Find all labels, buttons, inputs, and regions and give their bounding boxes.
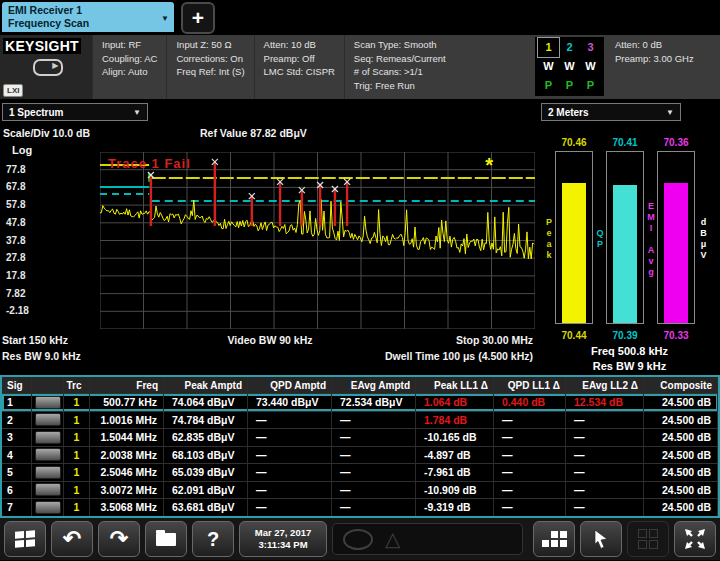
header-settings-col-1[interactable]: Input: RFCoupling: ACAlign: Auto [92, 35, 166, 99]
setting-line: Seq: Remeas/Current [354, 52, 446, 66]
table-cell-ell: — [566, 464, 644, 481]
meter-unit-label: dBμV [695, 137, 711, 341]
trace-detector-3: P [580, 76, 601, 95]
header-settings-col-3[interactable]: Atten: 10 dBPreamp: OffLMC Std: CISPR [254, 35, 344, 99]
table-row-2[interactable]: 211.0016 MHz74.784 dBμV——1.784 dB——24.50… [2, 411, 718, 429]
table-cell-qpd: — [248, 464, 332, 481]
trace-swatch [35, 466, 61, 479]
video-bw-label[interactable]: Video BW 90 kHz [100, 334, 440, 346]
table-row-6[interactable]: 613.0072 MHz62.091 dBμV——-10.909 dB——24.… [2, 481, 718, 499]
table-row-5[interactable]: 512.5046 MHz65.039 dBμV——-7.961 dB——24.5… [2, 463, 718, 481]
table-cell-qll: — [494, 412, 566, 429]
datetime-button[interactable]: Mar 27, 2017 3:11:34 PM [239, 521, 327, 557]
table-header-qll: QPD LL1 Δ [494, 377, 566, 393]
table-cell-comp: 24.500 dB [644, 499, 718, 516]
spectrum-plot[interactable]: Trace 1 Fail * [100, 152, 535, 329]
spectrum-selector-label: 1 Spectrum [9, 107, 63, 118]
trace-type-3: W [580, 57, 601, 76]
windows-start-button[interactable] [4, 521, 46, 557]
header-settings-right[interactable]: Atten: 0 dBPreamp: 3.00 GHz [606, 35, 720, 99]
table-cell-eavg: 72.534 dBμV [332, 394, 416, 411]
fullscreen-button[interactable] [674, 521, 716, 557]
table-cell-comp: 24.500 dB [644, 464, 718, 481]
table-cell-freq: 3.0072 MHz [90, 482, 164, 499]
meters-window: 2 Meters ▼ Peak70.4670.44QP70.4170.39EMI… [539, 101, 720, 373]
dwell-time-label[interactable]: Dwell Time 100 μs (4.500 kHz) [385, 350, 533, 362]
display-icon: ▶ [33, 59, 63, 76]
uncal-asterisk-icon: * [485, 154, 493, 177]
setting-line: Coupling: AC [102, 52, 157, 66]
table-cell-ell: — [566, 429, 644, 446]
trace-swatch [35, 448, 61, 461]
table-cell-sig: 1 [2, 394, 32, 411]
table-cell-qpd: 73.440 dBμV [248, 394, 332, 411]
axis-type-label: Log [12, 144, 32, 156]
table-header-eavg: EAvg Amptd [332, 377, 416, 393]
help-button[interactable]: ? [192, 521, 234, 557]
meter-res-bw-label[interactable]: Res BW 9 kHz [539, 360, 720, 372]
tab-title-line1: EMI Receiver 1 [8, 4, 160, 17]
virtual-keyboard-button[interactable] [533, 521, 575, 557]
setting-line: Atten: 0 dB [615, 38, 711, 52]
table-header-ell: EAvg LL2 Δ [566, 377, 644, 393]
table-cell-peak: 63.681 dBμV [164, 499, 248, 516]
setting-line: LMC Std: CISPR [264, 65, 335, 79]
start-freq-label[interactable]: Start 150 kHz [2, 334, 68, 346]
meter-column-3: 70.3670.33 [657, 137, 695, 341]
setting-line: # of Scans: >1/1 [354, 65, 446, 79]
setting-line: Input Z: 50 Ω [176, 38, 244, 52]
ref-value-label[interactable]: Ref Value 87.82 dBμV [200, 127, 307, 139]
table-cell-pll: -10.909 dB [416, 482, 494, 499]
table-cell-freq: 2.0038 MHz [90, 447, 164, 464]
table-cell-pll: 1.784 dB [416, 412, 494, 429]
meter-freq-label[interactable]: Freq 500.8 kHz [539, 345, 720, 357]
header-settings-col-4[interactable]: Scan Type: SmoothSeq: Remeas/Current# of… [344, 35, 455, 99]
time-label: 3:11:34 PM [258, 539, 307, 551]
date-label: Mar 27, 2017 [255, 527, 312, 539]
trace-swatch [35, 483, 61, 496]
spectrum-window: 1 Spectrum ▼ Scale/Div 10.0 dB Ref Value… [0, 101, 537, 373]
lxi-badge: LXI [3, 84, 23, 97]
table-cell-freq: 500.77 kHz [90, 394, 164, 411]
table-row-4[interactable]: 412.0038 MHz68.103 dBμV——-4.897 dB——24.5… [2, 446, 718, 464]
trace-type-1: W [538, 57, 559, 76]
add-tab-button[interactable]: + [181, 2, 215, 34]
y-tick-label: 77.8 [6, 164, 25, 175]
table-row-3[interactable]: 311.5044 MHz62.835 dBμV——-10.165 dB——24.… [2, 428, 718, 446]
table-cell-freq: 2.5046 MHz [90, 464, 164, 481]
table-cell-qll: — [494, 499, 566, 516]
stop-freq-label[interactable]: Stop 30.00 MHz [456, 334, 533, 346]
table-cell-peak: 62.835 dBμV [164, 429, 248, 446]
undo-icon: ↶ [63, 528, 81, 550]
tab-emi-receiver-1[interactable]: EMI Receiver 1 Frequency Scan ▼ [2, 2, 174, 32]
table-cell-peak: 74.064 dBμV [164, 394, 248, 411]
undo-button[interactable]: ↶ [51, 521, 93, 557]
trace-state-grid[interactable]: 123WWWPPP [535, 37, 604, 96]
screenshot-button[interactable] [145, 521, 187, 557]
tab-dropdown-caret-icon: ▼ [161, 12, 169, 25]
table-header-sw [32, 377, 64, 393]
trace-detector-2: P [559, 76, 580, 95]
scale-div-label[interactable]: Scale/Div 10.0 dB [3, 127, 90, 139]
setting-line: Corrections: On [176, 52, 244, 66]
trace-swatch [35, 413, 61, 426]
table-cell-eavg: — [332, 464, 416, 481]
help-icon: ? [207, 528, 219, 550]
redo-button[interactable]: ↷ [98, 521, 140, 557]
table-cell-ell: — [566, 482, 644, 499]
spectrum-window-selector[interactable]: 1 Spectrum ▼ [2, 103, 148, 121]
table-cell-sig: 5 [2, 464, 32, 481]
res-bw-label[interactable]: Res BW 9.0 kHz [2, 350, 81, 362]
table-row-1[interactable]: 11500.77 kHz74.064 dBμV73.440 dBμV72.534… [2, 393, 718, 411]
meters-window-selector[interactable]: 2 Meters ▼ [541, 103, 681, 121]
header-settings-col-2[interactable]: Input Z: 50 ΩCorrections: OnFreq Ref: In… [166, 35, 253, 99]
touch-pointer-button[interactable] [580, 521, 622, 557]
table-cell-sw [32, 464, 64, 481]
setting-line: Atten: 10 dB [264, 38, 335, 52]
main-area: 1 Spectrum ▼ Scale/Div 10.0 dB Ref Value… [0, 101, 720, 373]
meter-bar-fill [613, 185, 637, 324]
redo-icon: ↷ [110, 528, 128, 550]
table-cell-sw [32, 429, 64, 446]
table-row-7[interactable]: 713.5068 MHz63.681 dBμV——-9.319 dB——24.5… [2, 498, 718, 516]
table-cell-sw [32, 412, 64, 429]
